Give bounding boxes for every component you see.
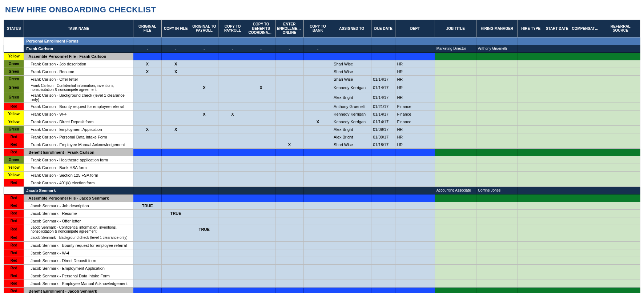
dept-cell[interactable] [395,37,435,45]
mark-cell[interactable] [162,249,190,257]
dept-cell[interactable] [395,164,435,171]
mark-cell[interactable] [218,118,247,125]
dept-cell[interactable] [395,52,435,60]
mark-cell[interactable] [275,272,303,280]
mark-cell[interactable] [303,52,332,60]
assigned-cell[interactable] [332,194,371,202]
mark-cell[interactable] [247,60,275,68]
mark-cell[interactable] [133,156,161,164]
meta-cell[interactable] [518,241,544,249]
meta-cell[interactable] [518,156,544,164]
mark-cell[interactable] [303,141,332,148]
task-cell[interactable]: Frank Carlson - Background check (level … [24,92,133,103]
mark-cell[interactable] [275,156,303,164]
dept-cell[interactable]: Finance [395,103,435,110]
table-row[interactable]: RedBenefit Enrollment - Jacob Senmark [4,287,640,293]
mark-cell[interactable] [275,125,303,133]
meta-cell[interactable] [544,280,570,287]
due-cell[interactable] [371,202,395,209]
status-cell[interactable] [4,186,24,194]
mark-cell[interactable] [133,249,161,257]
dept-cell[interactable] [395,280,435,287]
mark-cell[interactable] [190,133,218,141]
table-row[interactable]: GreenFrank Carlson - Confidential inform… [4,83,640,92]
mark-cell[interactable] [133,52,161,60]
mark-cell[interactable] [218,186,247,194]
mark-cell[interactable] [303,75,332,83]
mark-cell[interactable] [190,249,218,257]
table-row[interactable]: RedJacob Senmark - Bounty request for em… [4,241,640,249]
meta-cell[interactable] [476,148,518,156]
meta-cell[interactable] [544,75,570,83]
task-cell[interactable]: Jacob Senmark - W-4 [24,249,133,257]
status-cell[interactable]: Yellow [4,118,24,125]
status-cell[interactable]: Red [4,148,24,156]
dept-cell[interactable]: Finance [395,118,435,125]
due-cell[interactable]: 01/14/17 [371,83,395,92]
meta-cell[interactable] [518,209,544,217]
column-header[interactable]: STATUS [4,20,24,37]
mark-cell[interactable] [275,52,303,60]
mark-cell[interactable] [133,179,161,186]
mark-cell[interactable] [275,133,303,141]
meta-cell[interactable] [570,171,601,179]
mark-cell[interactable] [303,37,332,45]
mark-cell[interactable] [218,202,247,209]
mark-cell[interactable] [162,141,190,148]
meta-cell[interactable] [435,249,476,257]
mark-cell[interactable] [303,156,332,164]
meta-cell[interactable] [601,234,640,241]
task-cell[interactable]: Frank Carlson - Healthcare application f… [24,156,133,164]
table-row[interactable]: GreenFrank Carlson - Employment Applicat… [4,125,640,133]
meta-cell[interactable] [544,37,570,45]
task-cell[interactable]: Assemble Personnel File - Jacob Senmark [24,194,133,202]
mark-cell[interactable] [190,60,218,68]
task-cell[interactable]: Jacob Senmark - Employment Application [24,264,133,272]
meta-cell[interactable] [518,217,544,225]
mark-cell[interactable] [303,280,332,287]
mark-cell[interactable] [247,133,275,141]
meta-cell[interactable] [570,110,601,118]
mark-cell[interactable] [218,287,247,293]
meta-cell[interactable] [476,202,518,209]
meta-cell[interactable] [570,202,601,209]
task-cell[interactable]: Frank Carlson [24,45,133,52]
mark-cell[interactable] [303,209,332,217]
mark-cell[interactable] [247,241,275,249]
dept-cell[interactable] [395,287,435,293]
mark-cell[interactable] [218,234,247,241]
due-cell[interactable] [371,249,395,257]
mark-cell[interactable] [162,257,190,264]
meta-cell[interactable] [518,60,544,68]
dept-cell[interactable]: HR [395,75,435,83]
assigned-cell[interactable] [332,171,371,179]
mark-cell[interactable] [218,179,247,186]
mark-cell[interactable] [162,37,190,45]
meta-cell[interactable] [435,171,476,179]
assigned-cell[interactable] [332,217,371,225]
meta-cell[interactable] [435,194,476,202]
mark-cell[interactable] [218,217,247,225]
meta-cell[interactable] [435,202,476,209]
meta-cell[interactable] [476,257,518,264]
meta-cell[interactable] [435,110,476,118]
table-row[interactable]: YellowFrank Carlson - Section 125 FSA fo… [4,171,640,179]
table-row[interactable]: GreenFrank Carlson - Job descriptionXXSh… [4,60,640,68]
task-cell[interactable]: Jacob Senmark - Bounty request for emplo… [24,241,133,249]
status-cell[interactable]: Yellow [4,164,24,171]
status-cell[interactable]: Red [4,257,24,264]
due-cell[interactable] [371,171,395,179]
mark-cell[interactable] [162,225,190,234]
meta-cell[interactable] [570,264,601,272]
column-header[interactable]: ORIGINAL TO PAYROLL [190,20,218,37]
assigned-cell[interactable] [332,179,371,186]
meta-cell[interactable] [476,92,518,103]
meta-cell[interactable] [435,280,476,287]
assigned-cell[interactable] [332,202,371,209]
mark-cell[interactable] [303,217,332,225]
mark-cell[interactable] [303,148,332,156]
task-cell[interactable]: Jacob Senmark - Confidential information… [24,225,133,234]
mark-cell[interactable] [190,186,218,194]
due-cell[interactable] [371,217,395,225]
meta-cell[interactable] [476,103,518,110]
